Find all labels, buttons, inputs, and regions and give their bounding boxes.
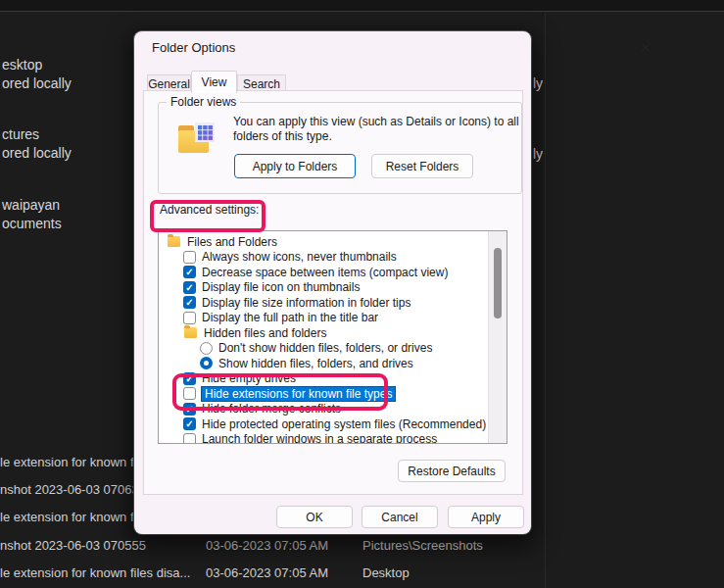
file-row-name[interactable]: le extension for known f xyxy=(0,510,134,524)
annotation-hide-extensions xyxy=(172,373,388,411)
file-row-name[interactable]: nshot 2023-06-03 070555 xyxy=(0,538,146,553)
bg-text-username: waipayan xyxy=(2,197,60,213)
apply-button[interactable]: Apply xyxy=(448,506,524,528)
background-window-divider xyxy=(545,13,546,588)
list-group-hidden-files: Hidden files and folders xyxy=(159,325,488,341)
file-row-name[interactable]: le extension for known f xyxy=(0,455,134,469)
dialog-title: Folder Options xyxy=(152,40,235,55)
list-item-radio[interactable]: Don't show hidden files, folders, or dri… xyxy=(159,341,488,357)
background-window-top-edge xyxy=(0,0,724,12)
file-row-date: 03-06-2023 07:05 AM xyxy=(206,538,328,553)
apply-to-folders-button[interactable]: Apply to Folders xyxy=(234,154,356,178)
scrollbar-thumb[interactable] xyxy=(494,248,502,318)
bg-text-stored-2: ored locally xyxy=(2,145,72,161)
close-icon[interactable]: ✕ xyxy=(635,37,656,59)
bg-text-stored-1: ored locally xyxy=(2,75,72,91)
reset-folders-button[interactable]: Reset Folders xyxy=(371,154,473,178)
radio-on[interactable] xyxy=(200,357,213,369)
list-item-checkbox[interactable]: Always show icons, never thumbnails xyxy=(159,250,488,266)
folder-views-groupbox: Folder views You can apply this view (su… xyxy=(158,102,522,194)
checkbox-checked[interactable] xyxy=(183,296,196,309)
folder-options-dialog: Folder Options ✕ General View Search Fol… xyxy=(134,31,531,534)
file-row-date: 03-06-2023 07:05 AM xyxy=(206,565,328,580)
radio-off[interactable] xyxy=(200,342,213,355)
checkbox-checked[interactable] xyxy=(183,417,196,430)
folder-views-description: You can apply this view (such as Details… xyxy=(233,115,519,144)
folder-icon xyxy=(184,327,197,338)
tab-view[interactable]: View xyxy=(191,71,237,93)
list-item-checkbox[interactable]: Display file size information in folder … xyxy=(159,295,488,311)
scrollbar-track[interactable] xyxy=(488,231,507,443)
view-tab-page: Folder views You can apply this view (su… xyxy=(143,90,523,495)
bg-text-pictures: ctures xyxy=(2,126,39,142)
file-row-folder: Pictures\Screenshots xyxy=(362,538,483,553)
bg-text-desktop: esktop xyxy=(2,57,42,73)
checkbox-unchecked[interactable] xyxy=(183,312,196,324)
folder-views-legend: Folder views xyxy=(167,95,240,109)
bg-text-ly-2: ly xyxy=(533,146,543,162)
checkbox-checked[interactable] xyxy=(183,281,196,294)
checkbox-unchecked[interactable] xyxy=(183,251,196,264)
list-group-files-and-folders: Files and Folders xyxy=(159,234,488,250)
list-item-checkbox[interactable]: Hide protected operating system files (R… xyxy=(159,416,488,432)
folder-icon xyxy=(168,236,180,247)
list-item-checkbox[interactable]: Decrease space between items (compact vi… xyxy=(159,265,488,280)
folder-view-icon xyxy=(178,122,216,154)
screen: esktop ored locally ctures ored locally … xyxy=(0,0,724,588)
cancel-button[interactable]: Cancel xyxy=(362,506,438,528)
list-item-checkbox[interactable]: Display file icon on thumbnails xyxy=(159,280,488,296)
file-row-name[interactable]: nshot 2023-06-03 07063 xyxy=(0,482,139,497)
ok-button[interactable]: OK xyxy=(276,506,353,528)
file-row-name[interactable]: le extension for known files disa... xyxy=(0,565,190,580)
checkbox-checked[interactable] xyxy=(183,266,196,278)
checkbox-unchecked[interactable] xyxy=(183,433,196,444)
list-item-checkbox[interactable]: Launch folder windows in a separate proc… xyxy=(159,432,488,445)
list-item-checkbox[interactable]: Display the full path in the title bar xyxy=(159,311,488,326)
bg-text-ly-1: ly xyxy=(533,75,543,91)
annotation-advanced-settings xyxy=(150,200,265,232)
advanced-settings-list[interactable]: Files and Folders Always show icons, nev… xyxy=(158,230,507,444)
restore-defaults-button[interactable]: Restore Defaults xyxy=(398,460,506,482)
bg-text-documents: ocuments xyxy=(2,216,62,231)
list-item-radio[interactable]: Show hidden files, folders, and drives xyxy=(159,356,488,371)
file-row-folder: Desktop xyxy=(362,565,410,580)
